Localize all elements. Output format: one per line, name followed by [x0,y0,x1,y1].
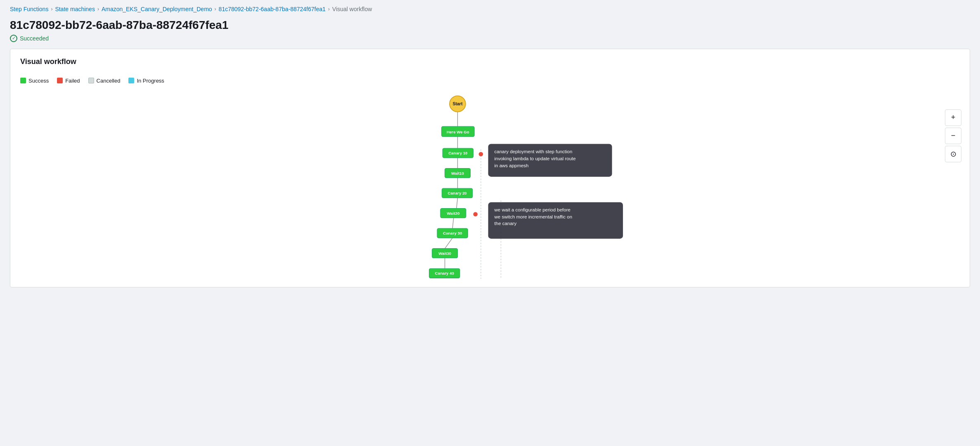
legend-dot-cancelled [88,78,94,83]
zoom-reset-button[interactable]: ⊙ [945,146,961,162]
svg-text:in aws appmesh: in aws appmesh [495,163,529,168]
svg-text:Wait10: Wait10 [451,171,464,175]
workflow-canvas: Start Here We Go Canary 10 Wait10 [10,89,970,287]
node-start: Start [450,96,466,112]
svg-text:Canary 40: Canary 40 [435,271,454,275]
svg-text:Canary 30: Canary 30 [443,231,462,235]
node-canary-10: Canary 10 [443,148,473,158]
zoom-out-button[interactable]: − [945,128,961,144]
svg-text:Wait20: Wait20 [447,211,459,215]
zoom-in-button[interactable]: + [945,109,961,126]
legend-cancelled-label: Cancelled [97,78,121,84]
svg-line-6 [445,238,453,249]
workflow-svg: Start Here We Go Canary 10 Wait10 [20,93,960,279]
svg-text:Canary 10: Canary 10 [448,151,467,155]
legend-in-progress: In Progress [128,78,164,84]
svg-text:invoking lambda to update virt: invoking lambda to update virtual route [495,156,576,161]
workflow-card-title: Visual workflow [10,49,970,73]
breadcrumb-step-functions[interactable]: Step Functions [10,6,48,12]
svg-text:Wait30: Wait30 [438,251,451,255]
svg-text:Canary 20: Canary 20 [447,191,466,195]
breadcrumb-state-machines[interactable]: State machines [55,6,95,12]
tooltip-2-text: we wait a configurable period before [494,207,570,212]
diagram-area: Start Here We Go Canary 10 Wait10 [20,93,960,279]
svg-text:we switch more incremental tra: we switch more incremental traffic on [494,214,572,219]
breadcrumb-sep-1: › [51,6,52,12]
node-canary-20: Canary 20 [442,188,473,198]
legend-cancelled: Cancelled [88,78,121,84]
legend-dot-success [20,78,26,83]
legend-dot-in-progress [128,78,134,83]
status-badge: ✓ Succeeded [10,35,970,42]
status-label: Succeeded [20,35,49,42]
tooltip-dot-2 [473,212,478,216]
page-header: 81c78092-bb72-6aab-87ba-88724f67fea1 ✓ S… [0,18,980,49]
workflow-legend: Success Failed Cancelled In Progress [10,73,970,89]
svg-text:Start: Start [452,101,463,106]
svg-text:Here We Go: Here We Go [447,130,469,134]
svg-text:the canary: the canary [495,221,517,226]
workflow-card: Visual workflow Success Failed Cancelled… [10,49,970,287]
zoom-controls: + − ⊙ [945,109,961,162]
legend-in-progress-label: In Progress [137,78,164,84]
breadcrumb-sep-4: › [328,6,330,12]
node-canary-40: Canary 40 [429,268,460,278]
legend-success: Success [20,78,49,84]
breadcrumb-demo[interactable]: Amazon_EKS_Canary_Deployment_Demo [102,6,212,12]
svg-line-4 [457,198,458,209]
node-wait20: Wait20 [440,208,466,218]
breadcrumb-execution-id[interactable]: 81c78092-bb72-6aab-87ba-88724f67fea1 [219,6,326,12]
legend-success-label: Success [28,78,49,84]
node-wait10: Wait10 [445,168,471,178]
breadcrumb-sep-2: › [97,6,99,12]
tooltip-1-text: canary deployment with step function [495,149,573,154]
node-canary-30: Canary 30 [437,228,468,238]
succeeded-icon: ✓ [10,35,17,42]
breadcrumb-sep-3: › [215,6,216,12]
page-title: 81c78092-bb72-6aab-87ba-88724f67fea1 [10,18,970,32]
tooltip-dot-1 [479,152,483,157]
legend-failed: Failed [57,78,80,84]
legend-dot-failed [57,78,63,83]
svg-line-5 [452,218,454,228]
node-wait30: Wait30 [432,248,458,258]
legend-failed-label: Failed [65,78,80,84]
breadcrumb: Step Functions › State machines › Amazon… [0,0,980,18]
breadcrumb-visual-workflow: Visual workflow [332,6,372,12]
node-here-we-go: Here We Go [442,126,474,137]
